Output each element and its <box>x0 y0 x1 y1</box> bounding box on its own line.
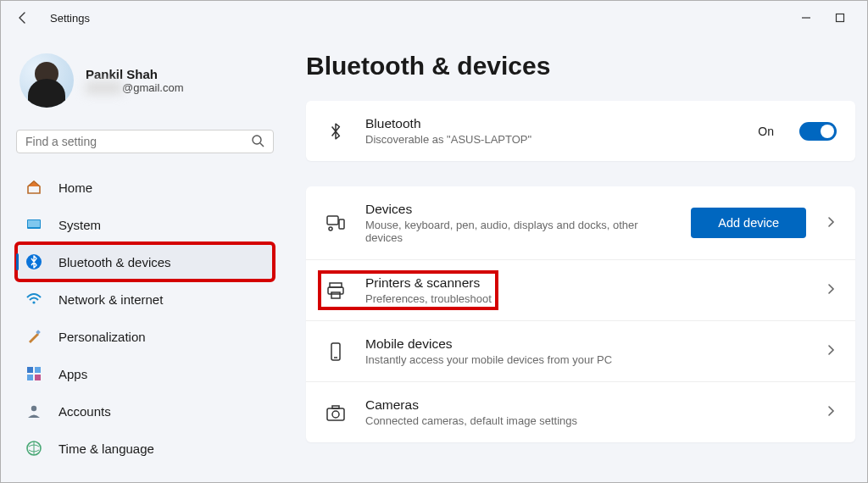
card-subtitle: Discoverable as "ASUS-LAPTOP" <box>365 133 739 146</box>
sidebar-item-label: Network & internet <box>58 292 163 307</box>
chevron-right-icon <box>825 405 837 419</box>
svg-point-7 <box>32 301 35 303</box>
svg-rect-15 <box>327 216 338 225</box>
sidebar-item-label: Time & language <box>58 441 154 456</box>
svg-rect-12 <box>35 375 41 380</box>
add-device-button[interactable]: Add device <box>691 208 806 238</box>
svg-rect-10 <box>35 367 41 373</box>
card-title: Bluetooth <box>365 116 739 131</box>
user-name: Pankil Shah <box>86 67 183 81</box>
sidebar-item-label: Accounts <box>58 404 111 419</box>
search-box[interactable] <box>16 130 274 153</box>
toggle-state-label: On <box>758 125 774 138</box>
sidebar-item-time[interactable]: Time & language <box>16 430 274 467</box>
card-title: Printers & scanners <box>365 275 492 291</box>
svg-rect-25 <box>332 406 339 408</box>
devices-icon <box>325 212 347 234</box>
svg-rect-19 <box>328 287 343 294</box>
system-icon <box>25 215 43 234</box>
bluetooth-icon <box>25 253 43 271</box>
svg-rect-8 <box>36 330 41 335</box>
svg-rect-23 <box>327 408 344 420</box>
sidebar-item-home[interactable]: Home <box>16 169 274 206</box>
sidebar: Pankil Shah hidden@gmail.com Home <box>1 35 289 482</box>
card-subtitle: Mouse, keyboard, pen, audio, displays an… <box>365 219 672 244</box>
window-title: Settings <box>50 12 90 25</box>
svg-rect-20 <box>331 292 340 298</box>
user-profile[interactable]: Pankil Shah hidden@gmail.com <box>16 35 274 126</box>
avatar <box>19 53 74 108</box>
wifi-icon <box>25 290 43 308</box>
svg-point-17 <box>329 227 332 230</box>
bluetooth-toggle[interactable] <box>799 122 837 141</box>
maximize-button[interactable] <box>823 6 857 30</box>
sidebar-item-label: Home <box>58 180 92 195</box>
person-icon <box>25 402 43 420</box>
sidebar-item-system[interactable]: System <box>16 206 274 243</box>
apps-icon <box>25 364 43 383</box>
page-title: Bluetooth & devices <box>306 52 855 80</box>
card-title: Cameras <box>365 397 806 413</box>
chevron-right-icon <box>825 344 837 358</box>
card-printers[interactable]: Printers & scanners Preferences, trouble… <box>306 259 855 320</box>
sidebar-item-label: Apps <box>58 367 87 381</box>
bluetooth-icon <box>325 120 347 142</box>
device-settings-group: Devices Mouse, keyboard, pen, audio, dis… <box>306 186 855 442</box>
camera-icon <box>325 402 347 424</box>
arrow-left-icon <box>16 11 30 25</box>
sidebar-item-accounts[interactable]: Accounts <box>16 392 274 430</box>
search-icon <box>251 134 264 150</box>
card-subtitle: Connected cameras, default image setting… <box>365 414 806 427</box>
printer-icon <box>325 280 347 302</box>
card-devices[interactable]: Devices Mouse, keyboard, pen, audio, dis… <box>306 186 855 259</box>
svg-line-3 <box>260 143 264 147</box>
card-subtitle: Preferences, troubleshoot <box>365 292 492 305</box>
globe-clock-icon <box>25 439 43 458</box>
mobile-icon <box>325 341 347 363</box>
chevron-right-icon <box>825 216 837 230</box>
svg-point-2 <box>253 136 261 144</box>
svg-rect-5 <box>28 220 40 227</box>
titlebar: Settings <box>1 1 867 35</box>
sidebar-item-label: Bluetooth & devices <box>58 255 171 269</box>
search-input[interactable] <box>25 135 251 148</box>
card-title: Devices <box>365 202 672 217</box>
sidebar-item-network[interactable]: Network & internet <box>16 280 274 318</box>
svg-rect-16 <box>339 219 344 229</box>
sidebar-item-bluetooth[interactable]: Bluetooth & devices <box>16 243 274 280</box>
svg-rect-9 <box>27 367 33 373</box>
svg-rect-11 <box>27 375 33 380</box>
svg-point-24 <box>332 411 339 418</box>
svg-rect-1 <box>837 14 844 22</box>
card-subtitle: Instantly access your mobile devices fro… <box>365 353 806 366</box>
card-mobile[interactable]: Mobile devices Instantly access your mob… <box>306 320 855 381</box>
user-email: hidden@gmail.com <box>86 81 183 94</box>
svg-point-13 <box>31 406 36 411</box>
sidebar-item-label: Personalization <box>58 330 146 344</box>
chevron-right-icon <box>825 283 837 297</box>
card-bluetooth: Bluetooth Discoverable as "ASUS-LAPTOP" … <box>306 101 855 161</box>
home-icon <box>25 178 43 197</box>
sidebar-item-label: System <box>58 218 101 232</box>
nav: Home System Bluetooth & devices Network … <box>16 169 274 467</box>
card-title: Mobile devices <box>365 336 806 352</box>
sidebar-item-apps[interactable]: Apps <box>16 355 274 392</box>
card-cameras[interactable]: Cameras Connected cameras, default image… <box>306 381 855 442</box>
paintbrush-icon <box>25 327 43 346</box>
minimize-button[interactable] <box>789 6 823 30</box>
main-content: Bluetooth & devices Bluetooth Discoverab… <box>289 35 867 482</box>
minimize-icon <box>801 13 811 23</box>
back-button[interactable] <box>11 6 35 30</box>
sidebar-item-personalization[interactable]: Personalization <box>16 318 274 355</box>
maximize-icon <box>835 13 845 23</box>
